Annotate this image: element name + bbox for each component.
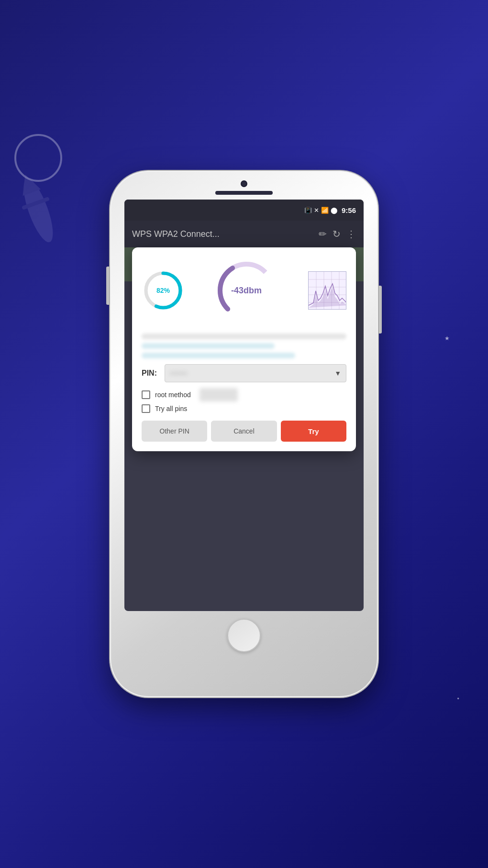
battery-icon: ⬤ [331, 207, 338, 214]
signal-icon: 📶 [321, 207, 329, 214]
root-method-label: root method [155, 391, 191, 399]
cancel-button[interactable]: Cancel [211, 421, 277, 442]
root-method-badge [200, 388, 238, 401]
phone-screen: 📳 ✕ 📶 ⬤ 9:56 WPS WPA2 Connect... ✏ ↻ ⋮ -… [124, 200, 364, 611]
status-time: 9:56 [342, 206, 356, 214]
try-all-pins-row: Try all pins [142, 404, 346, 413]
gauge-large: -43dbm [213, 257, 280, 324]
blurred-info-2 [142, 343, 275, 349]
phone-speaker [215, 191, 273, 195]
root-method-checkbox[interactable] [142, 390, 150, 399]
blurred-info-1 [142, 334, 346, 339]
pin-select-dropdown[interactable]: •••••••• ▼ [165, 364, 346, 382]
root-method-row: root method [142, 388, 346, 401]
deco-star-right: ★ [444, 335, 450, 342]
gauge-large-label: -43dbm [231, 286, 262, 296]
phone-camera [241, 180, 247, 187]
home-button[interactable] [227, 619, 261, 652]
buttons-row: Other PIN Cancel Try [142, 421, 346, 442]
svg-marker-1 [16, 171, 41, 196]
try-all-pins-checkbox[interactable] [142, 404, 150, 413]
chart-thumbnail [308, 271, 346, 310]
gauge-small-label: 82% [156, 287, 170, 294]
pin-row: PIN: •••••••• ▼ [142, 364, 346, 382]
chart-svg [309, 272, 346, 310]
dropdown-arrow-icon: ▼ [334, 369, 341, 377]
deco-plane [10, 167, 86, 256]
deco-dot-right: ● [457, 696, 459, 701]
status-bar: 📳 ✕ 📶 ⬤ 9:56 [124, 200, 364, 221]
gauges-row: 82% -43dbm [142, 257, 346, 324]
svg-rect-2 [22, 197, 50, 210]
gauge-small: 82% [142, 269, 185, 312]
no-signal-icon: ✕ [314, 207, 319, 214]
app-bar: WPS WPA2 Connect... ✏ ↻ ⋮ [124, 221, 364, 247]
try-button[interactable]: Try [281, 421, 346, 442]
status-icons: 📳 ✕ 📶 ⬤ 9:56 [304, 206, 356, 214]
phone-shell: 📳 ✕ 📶 ⬤ 9:56 WPS WPA2 Connect... ✏ ↻ ⋮ -… [110, 171, 378, 697]
phone-top [110, 171, 378, 195]
deco-circle [14, 134, 62, 182]
pin-label: PIN: [142, 369, 161, 378]
app-title: WPS WPA2 Connect... [132, 229, 313, 239]
vibrate-icon: 📳 [304, 207, 312, 214]
blurred-info-3 [142, 353, 295, 358]
refresh-icon[interactable]: ↻ [333, 228, 341, 240]
try-all-pins-label: Try all pins [155, 405, 187, 412]
dialog-overlay: 82% -43dbm [132, 247, 356, 451]
pin-select-value: •••••••• [170, 370, 187, 377]
more-icon[interactable]: ⋮ [346, 228, 356, 240]
other-pin-button[interactable]: Other PIN [142, 421, 207, 442]
edit-icon[interactable]: ✏ [319, 228, 327, 240]
svg-point-0 [18, 176, 58, 245]
